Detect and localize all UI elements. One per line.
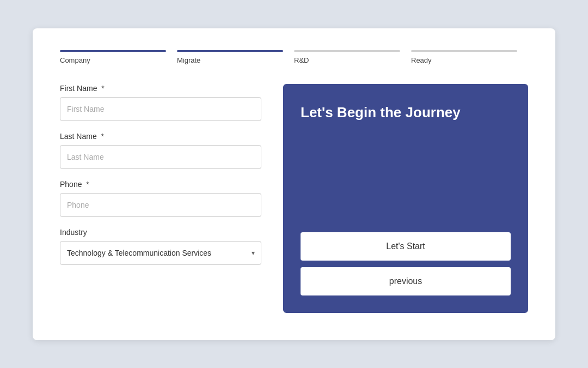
step-rd-label: R&D [294,56,309,64]
progress-bar-company [60,50,166,52]
first-name-input[interactable] [60,97,261,121]
step-migrate-label: Migrate [177,56,200,64]
industry-group: Industry Technology & Telecommunication … [60,228,261,265]
last-name-group: Last Name * [60,132,261,169]
phone-label: Phone * [60,180,261,189]
step-ready: Ready [411,50,528,64]
step-rd: R&D [294,50,411,64]
step-ready-label: Ready [411,56,432,64]
first-name-required: * [99,84,104,93]
phone-required: * [84,180,89,189]
last-name-input[interactable] [60,145,261,169]
first-name-group: First Name * [60,84,261,121]
panel-buttons: Let's Start previous [301,232,511,295]
previous-button[interactable]: previous [301,267,511,295]
last-name-label: Last Name * [60,132,261,141]
form-section: First Name * Last Name * Phone * I [60,84,261,276]
phone-input[interactable] [60,193,261,217]
main-content: First Name * Last Name * Phone * I [60,84,528,313]
phone-group: Phone * [60,180,261,217]
step-company: Company [60,50,177,64]
industry-select-wrapper: Technology & Telecommunication Services … [60,241,261,265]
step-migrate: Migrate [177,50,294,64]
right-panel: Let's Begin the Journey Let's Start prev… [283,84,528,313]
progress-section: Company Migrate R&D Ready [60,50,528,64]
progress-bar-ready [411,50,517,52]
first-name-label: First Name * [60,84,261,93]
last-name-required: * [99,132,104,141]
industry-select[interactable]: Technology & Telecommunication Services … [60,241,261,265]
step-company-label: Company [60,56,90,64]
lets-start-button[interactable]: Let's Start [301,232,511,261]
progress-bar-migrate [177,50,283,52]
main-card: Company Migrate R&D Ready First Name * [33,28,555,340]
progress-bar-rd [294,50,400,52]
industry-label: Industry [60,228,261,237]
panel-title: Let's Begin the Journey [301,104,511,122]
